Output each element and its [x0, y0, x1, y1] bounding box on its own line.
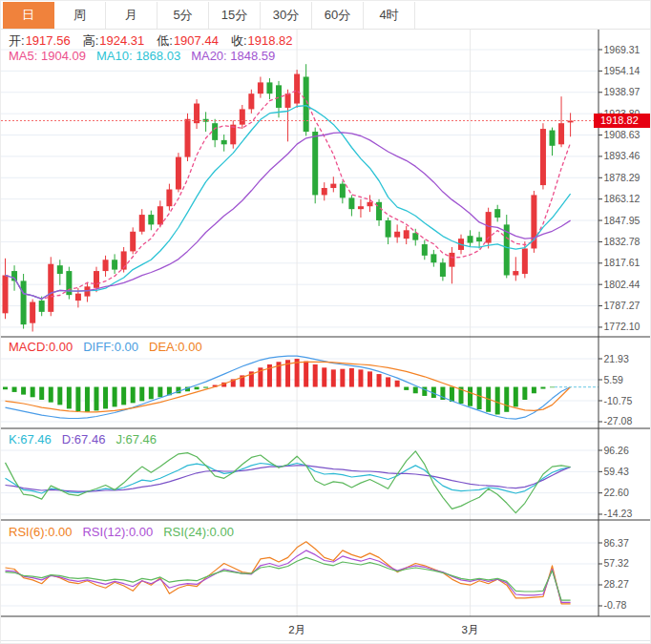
gridlines [1, 30, 598, 616]
tab-30min[interactable]: 30分 [261, 2, 312, 29]
svg-text:96.26: 96.26 [604, 445, 629, 456]
d-line [6, 466, 571, 491]
svg-text:1832.78: 1832.78 [604, 236, 640, 247]
kdj-panel [6, 451, 571, 513]
svg-text:-0.78: -0.78 [604, 599, 627, 611]
j-line [6, 451, 571, 513]
tab-15min[interactable]: 15分 [209, 2, 261, 29]
chart-area: 1969.311954.141938.971923.801908.631893.… [1, 30, 651, 644]
svg-text:22.60: 22.60 [604, 487, 629, 498]
tab-week[interactable]: 周 [54, 2, 106, 29]
rsi6-line [6, 542, 571, 604]
svg-text:1893.46: 1893.46 [604, 150, 640, 161]
svg-text:1938.97: 1938.97 [604, 86, 640, 97]
price-axis-labels: 1969.311954.141938.971923.801908.631893.… [598, 44, 640, 612]
svg-text:1802.44: 1802.44 [604, 279, 640, 290]
svg-text:5.59: 5.59 [604, 374, 624, 385]
current-price-badge: 1918.82 [594, 114, 651, 128]
tab-day[interactable]: 日 [3, 2, 54, 29]
svg-text:3月: 3月 [462, 624, 479, 635]
svg-text:1817.61: 1817.61 [604, 257, 640, 268]
tab-month[interactable]: 月 [106, 2, 158, 29]
k-line [6, 464, 571, 494]
rsi-panel [6, 542, 571, 604]
svg-text:1954.14: 1954.14 [604, 65, 640, 76]
svg-text:-10.75: -10.75 [604, 395, 633, 406]
month-axis-labels: 2月3月 [288, 624, 478, 635]
svg-text:2月: 2月 [288, 624, 305, 635]
svg-text:-14.23: -14.23 [604, 508, 633, 519]
svg-text:1863.12: 1863.12 [604, 193, 640, 204]
svg-text:1908.63: 1908.63 [604, 129, 640, 140]
svg-text:86.37: 86.37 [604, 537, 629, 549]
tab-5min[interactable]: 5分 [158, 2, 209, 29]
panel-frame [1, 30, 651, 641]
svg-text:57.32: 57.32 [604, 557, 629, 569]
svg-text:1847.95: 1847.95 [604, 215, 640, 226]
trading-chart-app: 日 周 月 5分 15分 30分 60分 4时 1969.311954.1419… [0, 0, 651, 644]
timeframe-tabbar: 日 周 月 5分 15分 30分 60分 4时 [1, 1, 650, 30]
macd-panel [3, 356, 598, 419]
svg-text:1878.29: 1878.29 [604, 172, 640, 183]
candlestick-series [3, 64, 574, 331]
tab-60min[interactable]: 60分 [312, 2, 364, 29]
svg-text:28.27: 28.27 [604, 578, 629, 590]
svg-text:59.43: 59.43 [604, 466, 629, 477]
svg-text:1772.10: 1772.10 [604, 321, 640, 332]
tab-4hour[interactable]: 4时 [364, 2, 415, 29]
svg-text:21.93: 21.93 [604, 353, 629, 364]
svg-text:1969.31: 1969.31 [604, 44, 640, 55]
svg-text:-27.08: -27.08 [604, 415, 633, 426]
chart-svg[interactable]: 1969.311954.141938.971923.801908.631893.… [1, 30, 651, 644]
svg-text:1787.27: 1787.27 [604, 300, 640, 311]
